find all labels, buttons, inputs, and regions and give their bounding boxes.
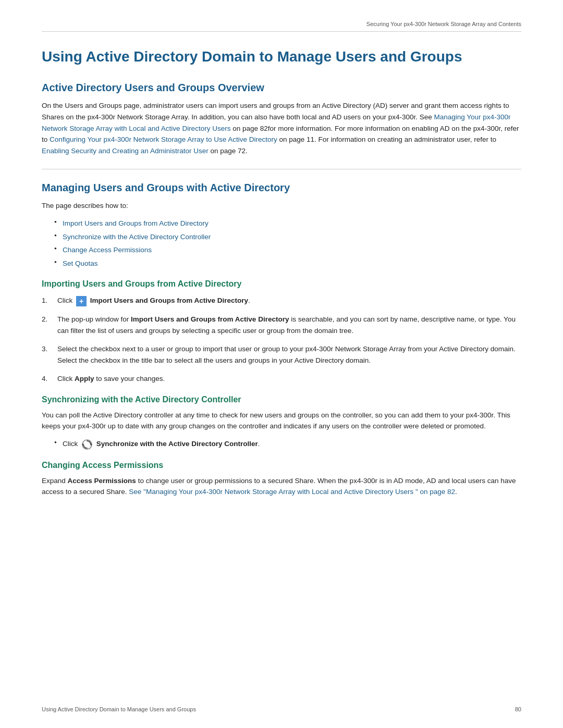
plus-icon: + xyxy=(76,296,87,306)
sync-bullet-list: Click Synchronize with the Active Direct… xyxy=(54,438,521,450)
link-import-users[interactable]: Import Users and Groups from Active Dire… xyxy=(63,219,209,227)
bullet-item-import: Import Users and Groups from Active Dire… xyxy=(54,218,521,229)
step1-label: Click xyxy=(57,297,72,304)
step-3: Select the checkbox next to a user or gr… xyxy=(42,343,521,366)
managing-bullet-list: Import Users and Groups from Active Dire… xyxy=(54,218,521,269)
bullet-item-access: Change Access Permissions xyxy=(54,244,521,256)
section-syncing-title: Synchronizing with the Active Directory … xyxy=(42,395,521,404)
step4-suffix: to save your changes. xyxy=(94,375,165,382)
step-4: Click Apply to save your changes. xyxy=(42,373,521,385)
section-access-title: Changing Access Permissions xyxy=(42,461,521,470)
overview-text-4: on page 72. xyxy=(209,147,248,155)
footer-left: Using Active Directory Domain to Manage … xyxy=(42,706,196,712)
section-overview-body: On the Users and Groups page, administra… xyxy=(42,100,521,156)
section-managing: Managing Users and Groups with Active Di… xyxy=(42,182,521,269)
overview-text-3: on page 11. For information on creating … xyxy=(277,135,496,143)
bullet-item-sync: Synchronize with the Active Directory Co… xyxy=(54,231,521,243)
sync-icon xyxy=(81,439,93,450)
sync-bullet-item: Click Synchronize with the Active Direct… xyxy=(54,438,521,450)
section-managing-intro: The page describes how to: xyxy=(42,200,521,212)
section-access-body: Expand Access Permissions to change user… xyxy=(42,475,521,498)
page-breadcrumb: Securing Your px4-300r Network Storage A… xyxy=(42,21,521,32)
sync-prefix: Click xyxy=(63,440,80,448)
access-bold1: Access Permissions xyxy=(68,477,136,485)
footer-right: 80 xyxy=(515,706,521,712)
link-configuring[interactable]: Configuring Your px4-300r Network Storag… xyxy=(50,135,277,143)
section-syncing-body: You can poll the Active Directory contro… xyxy=(42,410,521,432)
section-divider xyxy=(42,169,521,169)
page-footer: Using Active Directory Domain to Manage … xyxy=(42,706,521,712)
sync-suffix: . xyxy=(258,440,260,448)
step1-suffix: . xyxy=(248,297,250,304)
link-access-permissions[interactable]: Change Access Permissions xyxy=(63,246,152,254)
step4-bold: Apply xyxy=(75,375,94,382)
step4-prefix: Click xyxy=(57,375,75,382)
step-2: The pop-up window for Import Users and G… xyxy=(42,314,521,336)
section-managing-title: Managing Users and Groups with Active Di… xyxy=(42,182,521,194)
section-access: Changing Access Permissions Expand Acces… xyxy=(42,461,521,498)
link-sync[interactable]: Synchronize with the Active Directory Co… xyxy=(63,233,211,241)
section-overview: Active Directory Users and Groups Overvi… xyxy=(42,82,521,156)
bullet-item-quotas: Set Quotas xyxy=(54,258,521,269)
access-body3: . xyxy=(455,488,457,496)
page-container: Securing Your px4-300r Network Storage A… xyxy=(0,0,563,728)
link-enabling-security[interactable]: Enabling Security and Creating an Admini… xyxy=(42,147,209,155)
step1-bold: Import Users and Groups from Active Dire… xyxy=(90,297,248,304)
importing-steps-list: Click + Import Users and Groups from Act… xyxy=(42,295,521,385)
step-1: Click + Import Users and Groups from Act… xyxy=(42,295,521,306)
section-syncing: Synchronizing with the Active Directory … xyxy=(42,395,521,450)
step3-text: Select the checkbox next to a user or gr… xyxy=(57,345,516,364)
step2-bold: Import Users and Groups from Active Dire… xyxy=(131,315,289,323)
section-importing: Importing Users and Groups from Active D… xyxy=(42,279,521,385)
link-managing-local[interactable]: See "Managing Your px4-300r Network Stor… xyxy=(129,488,455,496)
link-set-quotas[interactable]: Set Quotas xyxy=(63,260,98,267)
access-body1: Expand xyxy=(42,477,68,485)
sync-bold: Synchronize with the Active Directory Co… xyxy=(96,440,258,448)
section-importing-title: Importing Users and Groups from Active D… xyxy=(42,279,521,289)
main-title: Using Active Directory Domain to Manage … xyxy=(42,47,521,66)
step2-prefix: The pop-up window for xyxy=(57,315,131,323)
section-overview-title: Active Directory Users and Groups Overvi… xyxy=(42,82,521,94)
breadcrumb-text: Securing Your px4-300r Network Storage A… xyxy=(366,21,521,27)
